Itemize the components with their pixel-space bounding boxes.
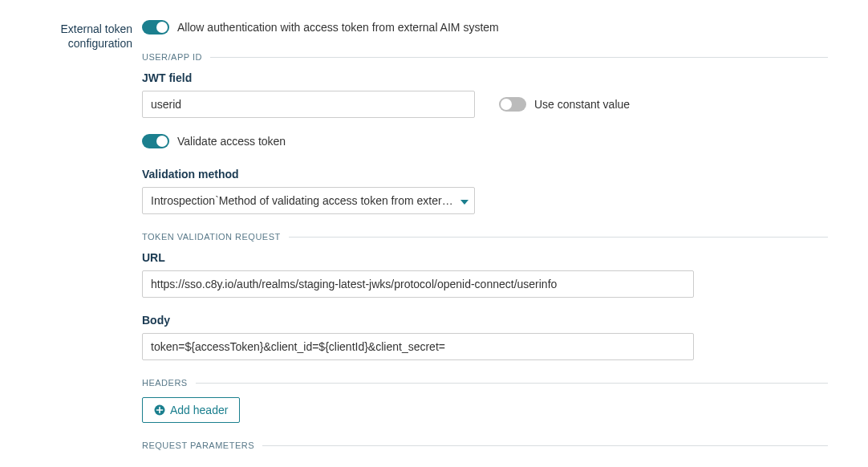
allow-auth-toggle[interactable] — [142, 20, 169, 35]
body-label: Body — [142, 314, 694, 327]
plus-circle-icon — [154, 404, 165, 416]
body-input[interactable] — [142, 333, 694, 360]
validate-token-toggle[interactable] — [142, 134, 169, 148]
allow-auth-row: Allow authentication with access token f… — [142, 20, 828, 35]
section-request-parameters: REQUEST PARAMETERS — [142, 441, 828, 450]
url-input[interactable] — [142, 270, 694, 298]
use-constant-toggle[interactable] — [499, 97, 526, 112]
validate-token-label: Validate access token — [177, 135, 286, 148]
section-headers: HEADERS — [142, 378, 828, 388]
validation-method-select[interactable] — [142, 187, 475, 214]
validation-method-label: Validation method — [142, 168, 828, 181]
allow-auth-label: Allow authentication with access token f… — [177, 21, 499, 34]
jwt-field-input[interactable] — [142, 91, 475, 118]
add-header-button[interactable]: Add header — [142, 397, 240, 423]
section-token-validation-request: TOKEN VALIDATION REQUEST — [142, 232, 828, 242]
section-title: External token configuration — [36, 20, 132, 51]
url-label: URL — [142, 251, 694, 264]
add-header-label: Add header — [170, 404, 228, 416]
section-user-app-id: USER/APP ID — [142, 52, 828, 62]
use-constant-label: Use constant value — [534, 98, 630, 111]
jwt-field-label: JWT field — [142, 71, 475, 84]
